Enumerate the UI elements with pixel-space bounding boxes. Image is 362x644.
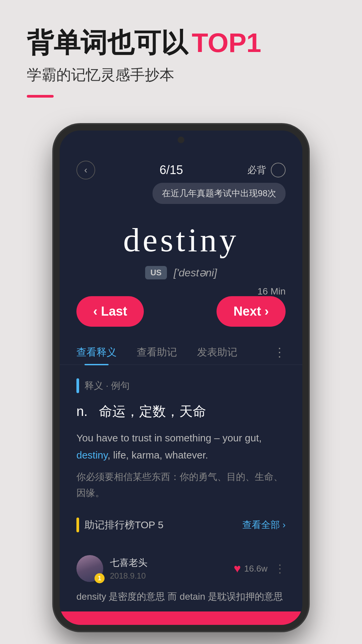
avatar-badge: 1 [95,573,105,583]
must-circle[interactable] [271,163,286,177]
user-row: 1 七喜老头 2018.9.10 ♥ 16.6w ⋮ [60,548,302,589]
nav-bar: ‹ 6/15 必背 [60,151,302,183]
view-all-label: 查看全部 [242,519,280,531]
tab-post-mnemonic[interactable]: 发表助记 [197,340,237,365]
heart-icon: ♥ [234,561,241,576]
def-section-header: 释义 · 例句 [76,378,286,393]
phone-top-bar [60,130,302,151]
tab-more-icon[interactable]: ⋮ [274,345,286,360]
timer-label: 16 Min [257,286,286,297]
headline-suffix: TOP1 [192,27,261,59]
example-en-word: destiny [76,449,108,461]
back-button[interactable]: ‹ [76,161,95,179]
headline: 背单词也可以 TOP1 [27,27,335,59]
back-icon: ‹ [84,165,87,175]
phone-container: ‹ 6/15 必背 在近几年真题考试中出现98次 destiny US ['de… [0,124,362,631]
bottom-strip [60,611,302,625]
counter: 6/15 [160,163,183,177]
word-phonetic: US ['destəni] [76,266,286,279]
example-en: You have to trust in something – your gu… [76,429,286,464]
phone-side-accent [54,491,60,558]
example-en-after: , life, karma, whatever. [108,449,208,461]
phone: ‹ 6/15 必背 在近几年真题考试中出现98次 destiny US ['de… [54,124,308,631]
next-button[interactable]: Next › [217,296,286,327]
must-label: 必背 [247,164,266,176]
phonetic-region: US [145,266,167,279]
example-en-before: You have to trust in something – your gu… [76,432,262,443]
def-section-title: 释义 · 例句 [84,379,130,392]
avatar-wrap: 1 [76,555,103,582]
def-section: 释义 · 例句 n. 命运，定数，天命 You have to trust in… [60,365,302,507]
user-date: 2018.9.10 [110,571,227,581]
tab-definition[interactable]: 查看释义 [76,340,117,365]
mnemonic-section-bar [76,518,79,532]
must-label-wrap: 必背 [247,163,286,177]
mnemonic-section: 助记排行榜TOP 5 查看全部 › [60,507,302,548]
example-zh: 你必须要相信某些东西：你的勇气、目的、生命、因缘。 [76,469,286,501]
phone-camera [178,137,184,143]
word-main: destiny [76,221,286,259]
last-button[interactable]: ‹ Last [76,296,144,327]
mnemonic-title-wrap: 助记排行榜TOP 5 [76,518,164,532]
user-info: 七喜老头 2018.9.10 [110,556,227,581]
phonetic-text: ['destəni] [174,266,217,279]
like-button[interactable]: ♥ 16.6w [234,561,267,576]
mnemonic-text: density 是密度的意思 而 detain 是耽误扣押的意思 [60,589,302,611]
view-all-button[interactable]: 查看全部 › [242,519,286,531]
top-section: 背单词也可以 TOP1 学霸的记忆灵感手抄本 [0,0,362,111]
pink-line [27,95,54,98]
more-icon[interactable]: ⋮ [274,562,286,575]
mnemonic-title: 助记排行榜TOP 5 [84,518,164,532]
phone-screen: ‹ 6/15 必背 在近几年真题考试中出现98次 destiny US ['de… [60,151,302,625]
like-count: 16.6w [244,564,267,574]
def-section-bar [76,378,79,393]
view-all-arrow: › [283,520,286,530]
def-meanings: 命运，定数，天命 [99,404,206,419]
tab-bar: 查看释义 查看助记 发表助记 ⋮ [60,337,302,365]
tooltip: 在近几年真题考试中出现98次 [153,183,286,204]
tab-mnemonic[interactable]: 查看助记 [137,340,177,365]
headline-prefix: 背单词也可以 [27,27,188,59]
tooltip-wrap: 在近几年真题考试中出现98次 [60,183,302,207]
mnemonic-header: 助记排行榜TOP 5 查看全部 › [76,518,286,532]
user-right: ♥ 16.6w ⋮ [234,561,286,576]
def-pos: n. [76,404,87,419]
nav-buttons: 16 Min ‹ Last Next › [60,286,302,337]
user-name: 七喜老头 [110,556,227,569]
word-section: destiny US ['destəni] [60,207,302,286]
subtitle: 学霸的记忆灵感手抄本 [27,65,335,85]
def-text: n. 命运，定数，天命 [76,401,286,421]
